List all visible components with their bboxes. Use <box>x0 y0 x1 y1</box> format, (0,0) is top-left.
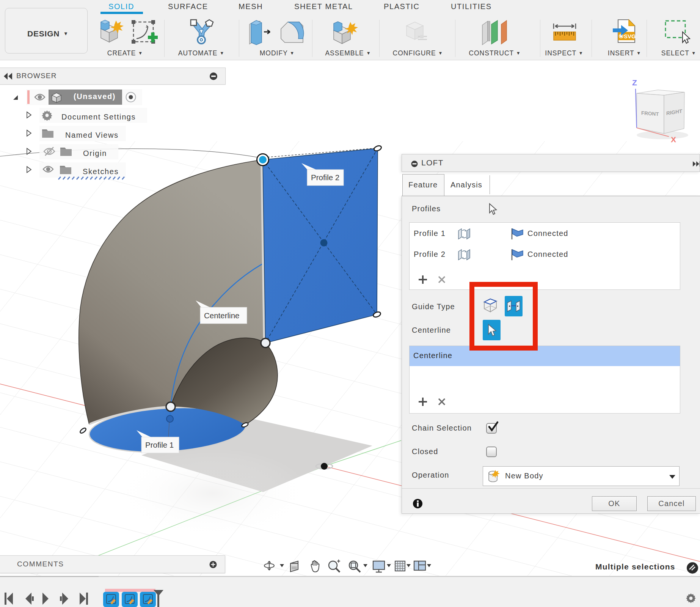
svg-text:Z: Z <box>632 78 637 87</box>
svg-text:Centerline: Centerline <box>204 311 239 320</box>
svg-text:X: X <box>671 135 676 144</box>
svg-text:Profile 2: Profile 2 <box>311 173 339 182</box>
svg-text:SVG: SVG <box>624 33 636 39</box>
svg-text:Profile 1: Profile 1 <box>145 440 174 449</box>
